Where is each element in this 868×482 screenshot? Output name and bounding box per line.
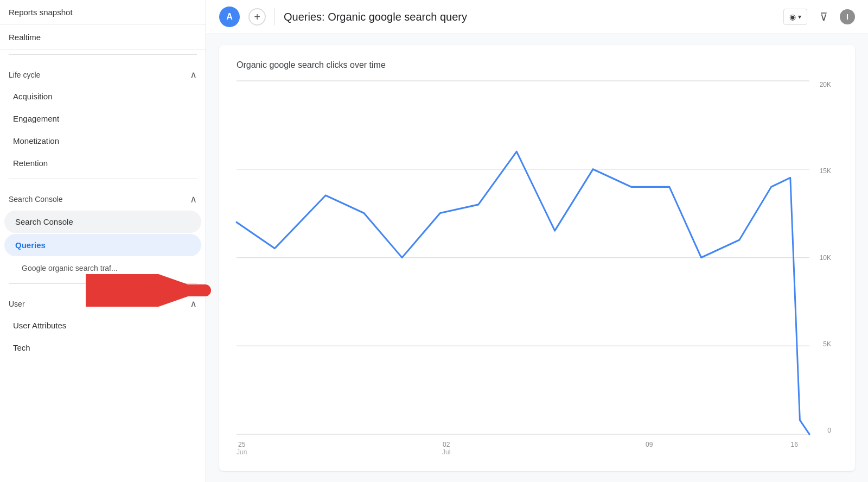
y-label-20k: 20K xyxy=(820,81,831,88)
sidebar-section-user[interactable]: User ∧ xyxy=(0,288,206,314)
y-axis: 20K 15K 10K 5K 0 xyxy=(812,81,838,434)
sidebar-item-acquisition[interactable]: Acquisition xyxy=(0,85,206,107)
y-label-5k: 5K xyxy=(823,340,831,348)
divider xyxy=(9,54,197,55)
header-actions: ◉ ▾ ⊽ I xyxy=(783,7,855,27)
sidebar: Reports snapshot Realtime Life cycle ∧ A… xyxy=(0,0,206,482)
x-label-25-jun: 25 Jun xyxy=(237,441,247,456)
x-label-16: 16 . xyxy=(791,441,798,456)
sidebar-item-realtime[interactable]: Realtime xyxy=(0,25,206,50)
x-axis: 25 Jun 02 Jul 09 . 16 . xyxy=(237,439,809,456)
sidebar-item-monetization[interactable]: Monetization xyxy=(0,130,206,152)
header-divider xyxy=(275,8,275,26)
y-label-0: 0 xyxy=(827,427,831,434)
main-content: A + Queries: Organic google search query… xyxy=(206,0,868,482)
sidebar-item-google-organic[interactable]: Google organic search traf... xyxy=(0,257,206,279)
x-label-09: 09 . xyxy=(646,441,653,456)
info-button[interactable]: I xyxy=(840,9,855,24)
chevron-up-icon: ∧ xyxy=(190,69,197,81)
sidebar-item-user-attributes[interactable]: User Attributes xyxy=(0,314,206,337)
sidebar-item-engagement[interactable]: Engagement xyxy=(0,107,206,130)
avatar[interactable]: A xyxy=(219,7,240,27)
chart-inner: 25 Jun 02 Jul 09 . 16 . xyxy=(237,81,809,454)
compare-button[interactable]: ◉ ▾ xyxy=(783,9,807,25)
chevron-up-icon: ∧ xyxy=(190,298,197,310)
sidebar-section-lifecycle[interactable]: Life cycle ∧ xyxy=(0,59,206,85)
chart-card: Organic google search clicks over time xyxy=(219,45,855,471)
sidebar-item-queries[interactable]: Queries xyxy=(4,234,201,256)
chart-area: Organic google search clicks over time xyxy=(206,34,868,482)
divider xyxy=(9,283,197,284)
page-title: Queries: Organic google search query xyxy=(284,11,775,23)
sidebar-item-reports-snapshot[interactable]: Reports snapshot xyxy=(0,0,206,25)
chevron-down-icon: ▾ xyxy=(798,13,801,21)
chart-title: Organic google search clicks over time xyxy=(237,60,838,70)
filter-button[interactable]: ⊽ xyxy=(814,7,833,27)
header: A + Queries: Organic google search query… xyxy=(206,0,868,34)
sidebar-item-tech[interactable]: Tech xyxy=(0,337,206,359)
check-circle-icon: ◉ xyxy=(789,12,796,21)
filter-icon: ⊽ xyxy=(820,10,828,23)
chart-container: 25 Jun 02 Jul 09 . 16 . xyxy=(237,81,838,454)
chevron-up-icon: ∧ xyxy=(190,193,197,205)
divider xyxy=(9,179,197,179)
sidebar-section-search-console[interactable]: Search Console ∧ xyxy=(0,183,206,210)
add-button[interactable]: + xyxy=(248,8,266,26)
y-label-15k: 15K xyxy=(820,167,831,175)
x-label-02-jul: 02 Jul xyxy=(442,441,450,456)
sidebar-item-search-console[interactable]: Search Console xyxy=(4,211,201,233)
sidebar-item-retention[interactable]: Retention xyxy=(0,152,206,174)
chart-svg xyxy=(237,81,809,434)
y-label-10k: 10K xyxy=(820,254,831,262)
